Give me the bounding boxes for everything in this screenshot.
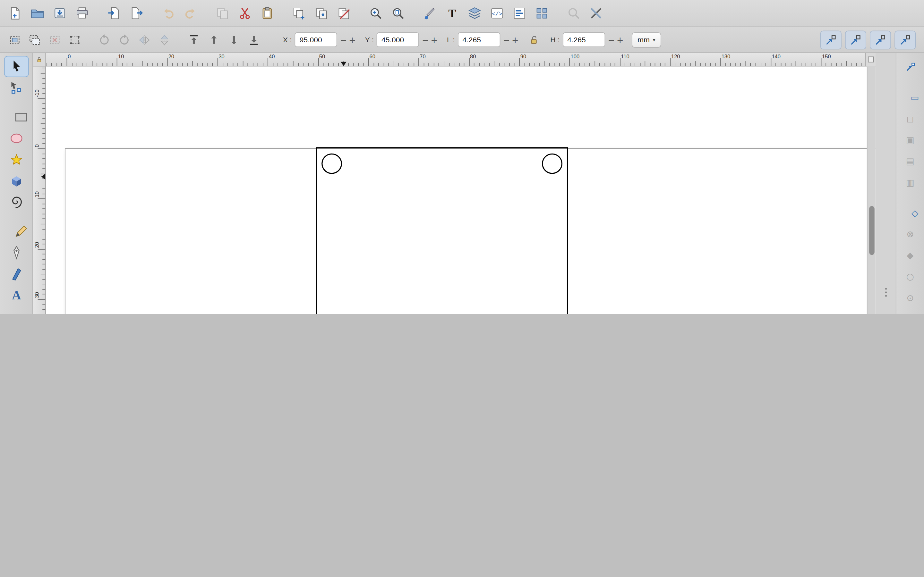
scale-corners-toggle-button[interactable]	[845, 31, 866, 49]
y-increase-button[interactable]: +	[430, 32, 439, 47]
snap-path-intersections-button[interactable]: ⊗	[901, 224, 919, 245]
find-replace-button[interactable]	[562, 2, 585, 24]
selection-cue-button[interactable]	[65, 31, 85, 49]
zoom-drawing-button[interactable]	[364, 2, 387, 24]
save-document-button[interactable]	[48, 2, 71, 24]
transform-gradients-toggle-button[interactable]	[870, 31, 891, 49]
ruler-corner-lock[interactable]	[33, 53, 46, 66]
deselect-button[interactable]	[45, 31, 65, 49]
scale-stroke-toggle-button[interactable]	[821, 31, 842, 49]
align-distribute-button[interactable]	[508, 2, 530, 24]
drawn-circle[interactable]	[322, 154, 342, 173]
gradient-button[interactable]	[9, 314, 33, 314]
raise-button[interactable]	[204, 31, 224, 49]
ellipse-button[interactable]	[4, 128, 29, 149]
y-input[interactable]: 45.000	[376, 32, 419, 47]
ruler-label: 30	[34, 292, 40, 298]
star-button[interactable]	[4, 149, 29, 170]
y-decrease-button[interactable]: −	[421, 32, 430, 47]
lower-to-bottom-button[interactable]	[244, 31, 264, 49]
snap-enable-button[interactable]	[901, 56, 919, 77]
preferences-button[interactable]	[585, 2, 607, 24]
snap-bbox-corners-button[interactable]: ▣	[901, 129, 919, 151]
cut-button[interactable]	[233, 2, 256, 24]
snap-cusp-nodes-button[interactable]: ◆	[901, 245, 919, 266]
rows-columns-button[interactable]	[530, 2, 553, 24]
rotate-90-ccw-button[interactable]	[94, 31, 114, 49]
text-button[interactable]	[4, 284, 29, 306]
export-image-button[interactable]	[125, 2, 147, 24]
copy-icon	[215, 6, 229, 21]
snap-bounding-box-button[interactable]: ▭	[905, 87, 924, 108]
calligraphy-button[interactable]	[4, 263, 29, 284]
bezier-pen-button[interactable]	[4, 242, 29, 263]
new-document-button[interactable]	[3, 2, 26, 24]
fill-stroke-dialog-button[interactable]	[418, 2, 441, 24]
paste-button[interactable]	[256, 2, 278, 24]
spiral-button[interactable]	[4, 191, 29, 213]
snap-bbox-edge-midpoints-button[interactable]: ▤	[901, 151, 919, 172]
unlink-clone-button[interactable]	[333, 2, 355, 24]
y-label: Y :	[365, 35, 374, 44]
duplicate-button[interactable]	[288, 2, 310, 24]
node-editor-icon	[9, 80, 24, 95]
rectangle-button[interactable]	[9, 106, 33, 127]
width-input[interactable]: 4.265	[458, 32, 500, 47]
drawn-circle[interactable]	[543, 154, 562, 173]
scroll-corner-button[interactable]	[865, 53, 876, 66]
zoom-page-button[interactable]	[387, 2, 409, 24]
x-increase-button[interactable]: +	[348, 32, 357, 47]
vertical-ruler[interactable]: -1001020304050607080	[33, 67, 46, 314]
select-all-button[interactable]	[5, 31, 25, 49]
selector-button[interactable]	[4, 56, 29, 77]
vertical-scrollbar-thumb[interactable]	[869, 206, 875, 255]
height-increase-button[interactable]: +	[615, 32, 625, 47]
export-image-icon	[129, 6, 144, 21]
drawn-square[interactable]	[317, 148, 567, 314]
import-image-button[interactable]	[103, 2, 125, 24]
box-3d-button[interactable]	[4, 170, 29, 191]
width-increase-button[interactable]: +	[511, 32, 520, 47]
xml-editor-button[interactable]	[485, 2, 508, 24]
print-document-icon	[74, 6, 89, 21]
lock-ratio-toggle[interactable]	[525, 31, 542, 48]
node-editor-button[interactable]	[4, 77, 29, 98]
horizontal-ruler[interactable]: 0102030405060708090100110120130140150	[46, 53, 865, 66]
snap-bbox-centers-button[interactable]: ▥	[901, 172, 919, 193]
flip-horizontal-button[interactable]	[134, 31, 154, 49]
flip-vertical-icon	[158, 33, 171, 46]
copy-button[interactable]	[211, 2, 234, 24]
height-input[interactable]: 4.265	[563, 32, 605, 47]
select-all-layers-button[interactable]	[25, 31, 45, 49]
undo-button[interactable]	[157, 2, 179, 24]
lower-button[interactable]	[224, 31, 244, 49]
snap-smooth-nodes-button[interactable]: ○	[901, 266, 919, 287]
height-field-group: H : 4.265 −+	[550, 32, 624, 47]
height-decrease-button[interactable]: −	[607, 32, 615, 47]
text-dialog-button[interactable]	[441, 2, 463, 24]
vertical-scrollbar[interactable]	[867, 67, 876, 314]
snap-bbox-edges-button[interactable]: ◻	[901, 108, 919, 129]
y-value: 45.000	[381, 35, 404, 44]
rotate-90-cw-icon	[118, 33, 131, 46]
snapbar-handle[interactable]	[885, 287, 887, 290]
open-document-button[interactable]	[26, 2, 48, 24]
transform-patterns-toggle-button[interactable]	[895, 31, 916, 49]
x-decrease-button[interactable]: −	[339, 32, 348, 47]
snap-object-centers-button[interactable]: ●	[901, 308, 919, 314]
snap-line-midpoints-button[interactable]: ⊙	[901, 287, 919, 308]
unit-selector[interactable]: mm ▾	[632, 32, 661, 47]
pencil-button[interactable]	[9, 221, 33, 242]
redo-button[interactable]	[179, 2, 202, 24]
snap-nodes-button[interactable]: ◇	[905, 203, 924, 224]
ruler-label: 90	[520, 53, 526, 59]
width-decrease-button[interactable]: −	[502, 32, 511, 47]
rotate-90-cw-button[interactable]	[114, 31, 134, 49]
layers-dialog-button[interactable]	[463, 2, 486, 24]
raise-to-top-button[interactable]	[184, 31, 204, 49]
print-document-button[interactable]	[71, 2, 93, 24]
x-input[interactable]: 95.000	[295, 32, 337, 47]
flip-vertical-button[interactable]	[154, 31, 174, 49]
canvas[interactable]	[46, 67, 876, 314]
create-clone-button[interactable]	[310, 2, 333, 24]
